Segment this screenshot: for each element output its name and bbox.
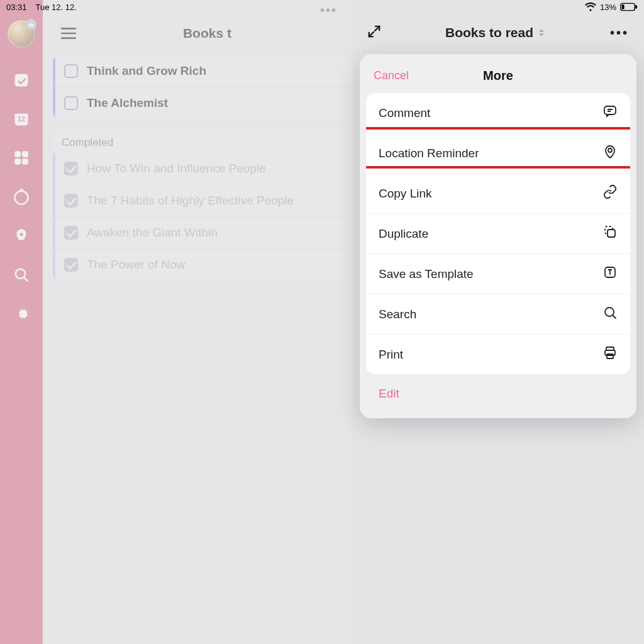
print-icon [602, 345, 618, 364]
battery-percent: 13% [600, 3, 616, 12]
action-label: Save as Template [379, 267, 474, 281]
edit-button[interactable]: Edit [366, 374, 630, 401]
template-icon [602, 265, 618, 283]
action-label: Search [379, 308, 416, 321]
action-copy-link[interactable]: Copy Link [366, 173, 630, 213]
side-panel: Books to read ••• Cancel More Comment Lo… [352, 0, 644, 644]
side-more-icon[interactable]: ••• [610, 26, 629, 40]
expand-icon[interactable] [367, 25, 381, 41]
sheet-title: More [483, 69, 513, 83]
side-panel-title[interactable]: Books to read [445, 25, 546, 40]
search-icon [602, 305, 618, 323]
battery-icon [620, 3, 638, 11]
cancel-button[interactable]: Cancel [374, 69, 409, 82]
svg-rect-26 [607, 354, 613, 358]
action-label: Print [379, 348, 403, 362]
link-icon [602, 184, 618, 203]
action-comment[interactable]: Comment [366, 93, 630, 133]
sort-chevrons-icon [537, 28, 546, 37]
location-pin-icon [602, 144, 618, 162]
action-search[interactable]: Search [366, 294, 630, 334]
action-duplicate[interactable]: Duplicate [366, 213, 630, 253]
more-actions-list: Comment Location Reminder Copy Link Dupl… [366, 93, 630, 374]
comment-icon [602, 104, 618, 122]
action-label: Duplicate [379, 227, 428, 241]
svg-rect-2 [635, 5, 637, 9]
svg-rect-1 [622, 4, 625, 9]
svg-line-23 [613, 315, 616, 318]
svg-rect-20 [608, 230, 615, 237]
wifi-icon [585, 3, 596, 11]
action-label: Location Reminder [379, 147, 479, 160]
action-label: Copy Link [379, 187, 432, 201]
duplicate-icon [602, 225, 618, 243]
action-location-reminder[interactable]: Location Reminder [366, 133, 630, 173]
status-bar: 03:31 Tue 12. 12. 13% [0, 0, 644, 14]
side-title-text: Books to read [445, 25, 533, 40]
more-sheet: Cancel More Comment Location Reminder Co… [360, 54, 636, 418]
action-save-template[interactable]: Save as Template [366, 253, 630, 294]
status-date: Tue 12. 12. [36, 3, 77, 12]
action-print[interactable]: Print [366, 334, 630, 374]
dim-overlay [0, 0, 352, 644]
action-label: Comment [379, 106, 430, 120]
svg-rect-18 [604, 106, 616, 114]
svg-point-19 [608, 148, 612, 152]
status-time: 03:31 [6, 3, 27, 12]
